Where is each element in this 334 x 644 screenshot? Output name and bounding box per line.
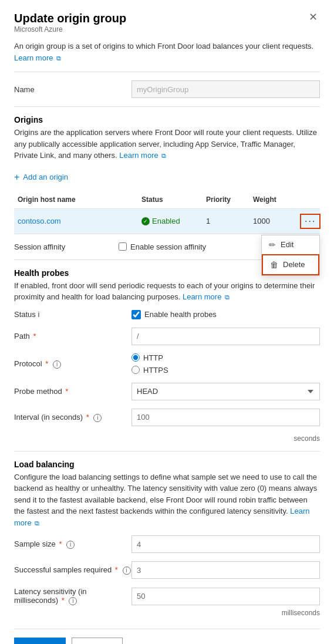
sample-size-input[interactable] [131,535,320,553]
load-balancing-title: Load balancing [14,460,320,469]
load-balancing-description: Configure the load balancing settings to… [14,471,320,529]
health-probes-section: Health probes If enabled, front door wil… [14,268,320,443]
divider-4 [14,451,320,451]
panel-description: An origin group is a set of origins to w… [14,41,320,63]
status-info-icon[interactable]: i [38,310,39,319]
name-row: Name [14,80,320,98]
interval-required-star: * [86,413,89,422]
origin-actions-cell: ··· ✏ Edit 🗑 Delete [296,209,320,234]
divider-1 [14,72,320,72]
protocol-required-star: * [45,359,48,368]
footer: Update Cancel [14,629,320,644]
enable-health-probes-checkbox[interactable] [131,310,141,319]
divider-2 [14,106,320,107]
successful-samples-info-icon[interactable]: i [123,567,131,575]
learn-more-health[interactable]: Learn more ⧉ [183,292,230,301]
https-label[interactable]: HTTPS [143,366,168,375]
origins-table: Origin host name Status Priority Weight … [14,191,320,234]
successful-samples-row: Successful samples required * i [14,561,320,579]
col-priority: Priority [203,193,249,206]
path-required-star: * [33,332,36,340]
delete-item[interactable]: 🗑 Delete [262,254,319,275]
panel-title: Update origin group [14,12,126,25]
enable-health-probes-label[interactable]: Enable health probes [144,310,217,319]
status-text: Enabled [152,217,180,225]
latency-info-icon[interactable]: i [69,597,77,605]
ms-label: milliseconds [14,609,320,617]
sample-size-label: Sample size * i [14,540,131,549]
probe-method-select[interactable]: HEAD GET [131,383,320,400]
add-origin-button[interactable]: + Add an origin [14,168,68,186]
origins-title: Origins [14,115,320,124]
title-group: Update origin group Microsoft Azure [14,12,126,39]
interval-input[interactable] [131,409,320,426]
successful-samples-input[interactable] [131,561,320,579]
edit-label: Edit [281,240,293,249]
external-link-icon-origins: ⧉ [161,152,166,159]
latency-input[interactable] [131,588,320,605]
protocol-info-icon[interactable]: i [53,360,61,369]
interval-label: Interval (in seconds) * i [14,413,131,422]
session-affinity-label: Session affinity [14,242,114,251]
close-button[interactable]: ✕ [306,12,320,22]
status-dot-icon [141,217,150,225]
external-link-icon-1: ⧉ [56,55,61,62]
session-affinity-checkbox-label[interactable]: Enable session affinity [130,242,206,251]
update-button[interactable]: Update [14,638,66,644]
status-badge: Enabled [141,217,199,225]
interval-info-icon[interactable]: i [93,414,102,422]
origins-section: Origins Origins are the application serv… [14,115,320,251]
latency-label: Latency sensitivity (in milliseconds) * … [14,587,131,605]
delete-label: Delete [283,260,305,269]
name-label: Name [14,85,131,94]
path-input[interactable] [131,328,320,345]
origins-description: Origins are the application servers wher… [14,127,320,161]
enable-health-probes-container: Enable health probes [131,310,217,319]
learn-more-link-1[interactable]: Learn more ⧉ [14,53,61,62]
more-actions-button[interactable]: ··· [300,214,320,229]
learn-more-origins[interactable]: Learn more ⧉ [119,151,166,160]
protocol-row: Protocol * i HTTP HTTPS [14,353,320,375]
panel-header: Update origin group Microsoft Azure ✕ [14,12,320,39]
edit-icon: ✏ [269,240,276,249]
https-radio-item: HTTPS [131,366,168,375]
protocol-label: Protocol * i [14,359,131,369]
table-header: Origin host name Status Priority Weight [14,191,320,209]
sample-size-info-icon[interactable]: i [66,541,75,549]
origin-priority-cell: 1 [203,212,249,230]
interval-row: Interval (in seconds) * i [14,409,320,426]
https-radio[interactable] [131,366,140,374]
successful-samples-required-star: * [115,565,118,574]
protocol-radio-group: HTTP HTTPS [131,353,168,375]
col-weight: Weight [249,193,296,206]
origin-status-cell: Enabled [138,212,203,230]
health-probes-description: If enabled, front door will send periodi… [14,280,320,303]
external-link-icon-health: ⧉ [225,294,230,301]
panel: Update origin group Microsoft Azure ✕ An… [0,0,334,644]
col-status: Status [138,193,203,206]
delete-icon: 🗑 [270,260,278,269]
latency-required-star: * [62,596,65,605]
external-link-icon-lb: ⧉ [35,520,39,527]
name-input[interactable] [131,80,320,98]
probe-method-label: Probe method * [14,387,131,396]
edit-item[interactable]: ✏ Edit [262,235,319,254]
seconds-label: seconds [14,434,320,443]
origin-weight-cell: 1000 [249,212,296,230]
path-label: Path * [14,332,131,340]
session-affinity-checkbox-container: Enable session affinity [119,242,206,251]
origin-host-cell[interactable]: contoso.com [14,212,138,230]
successful-samples-label: Successful samples required * i [14,565,131,575]
latency-row: Latency sensitivity (in milliseconds) * … [14,587,320,605]
http-label[interactable]: HTTP [143,353,163,362]
load-balancing-section: Load balancing Configure the load balanc… [14,460,320,618]
actions-dropdown: ✏ Edit 🗑 Delete [261,235,320,276]
col-host: Origin host name [14,193,138,206]
probe-method-required-star: * [65,387,68,396]
col-actions [296,193,320,206]
add-icon: + [14,172,19,183]
http-radio[interactable] [131,353,140,362]
health-status-row: Status i Enable health probes [14,310,320,319]
session-affinity-checkbox[interactable] [119,242,127,251]
cancel-button[interactable]: Cancel [72,638,122,644]
